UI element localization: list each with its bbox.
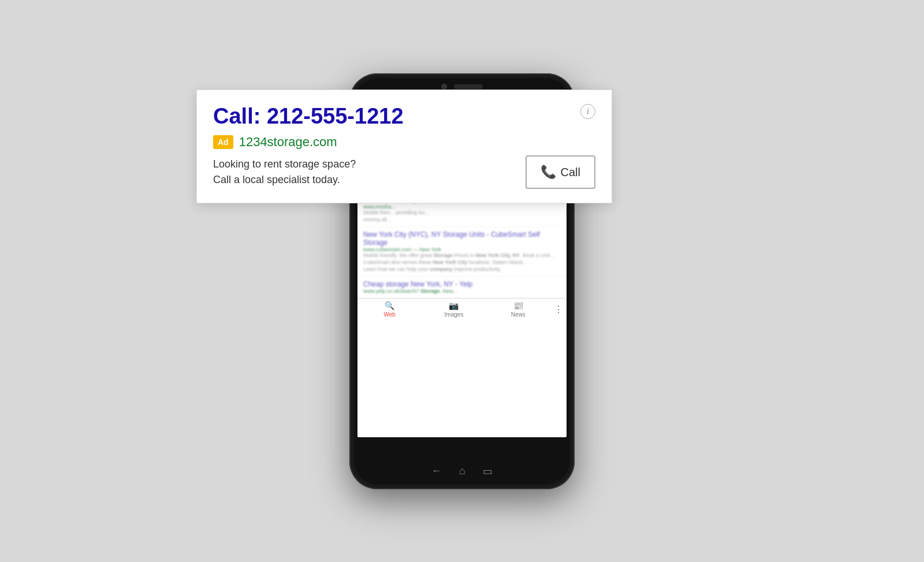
info-icon[interactable]: i — [580, 104, 595, 119]
ad-card-domain-row: Ad 1234storage.com — [213, 135, 595, 150]
recents-button[interactable]: ▭ — [483, 465, 493, 478]
tab-news[interactable]: 📰 News — [486, 301, 550, 318]
phone-top — [441, 84, 483, 90]
images-tab-icon: 📷 — [449, 301, 459, 310]
news-tab-label: News — [511, 311, 526, 318]
organic-result-2-desc: Mobile frien... providing loc...moving a… — [363, 210, 561, 223]
info-icon-symbol: i — [587, 107, 589, 116]
organic-result-3[interactable]: New York City (NYC), NY Storage Units - … — [357, 227, 567, 277]
call-button-label: Call — [561, 166, 580, 179]
phone-speaker — [454, 84, 483, 89]
ad-desc-line1: Looking to rent storage space? — [213, 158, 356, 170]
home-button[interactable]: ⌂ — [459, 465, 465, 477]
news-tab-icon: 📰 — [513, 301, 523, 310]
call-button[interactable]: 📞 Call — [526, 155, 595, 189]
organic-result-3-url: www.cubesmart.com — New York — [363, 247, 561, 252]
more-options-button[interactable]: ⋮ — [550, 304, 567, 315]
organic-result-4[interactable]: Cheap storage New York, NY - Yelp www.ye… — [357, 277, 567, 298]
bottom-tabs: 🔍 Web 📷 Images 📰 News ⋮ — [357, 298, 567, 320]
ad-phone-number: Call: 212-555-1212 — [213, 104, 404, 129]
back-button[interactable]: ← — [431, 465, 442, 477]
ad-badge-large: Ad — [213, 135, 233, 149]
phone-camera — [441, 84, 447, 90]
tab-images[interactable]: 📷 Images — [422, 301, 486, 318]
web-tab-label: Web — [383, 311, 395, 318]
ad-card-header: Call: 212-555-1212 i — [213, 104, 595, 129]
phone-nav-buttons: ← ⌂ ▭ — [431, 465, 493, 478]
ad-domain: 1234storage.com — [239, 135, 337, 150]
ad-desc-line2: Call a local specialist today. — [213, 174, 340, 185]
web-tab-icon: 🔍 — [385, 301, 394, 310]
organic-result-3-desc: Mobile friendly. We offer great Storage … — [363, 252, 561, 273]
organic-result-3-title: New York City (NYC), NY Storage Units - … — [363, 230, 561, 247]
organic-result-4-title: Cheap storage New York, NY - Yelp — [363, 280, 561, 288]
call-button-icon: 📞 — [541, 165, 556, 180]
images-tab-label: Images — [445, 311, 464, 318]
organic-result-4-url: www.yelp.co.uk/search? Storage, New... — [363, 288, 561, 294]
ad-card: Call: 212-555-1212 i Ad 1234storage.com … — [196, 90, 612, 203]
organic-result-2-url: www.mosha... — [363, 204, 561, 210]
ad-card-body: Looking to rent storage space? Call a lo… — [213, 155, 595, 189]
tab-web[interactable]: 🔍 Web — [357, 301, 422, 318]
ad-description: Looking to rent storage space? Call a lo… — [213, 157, 356, 188]
